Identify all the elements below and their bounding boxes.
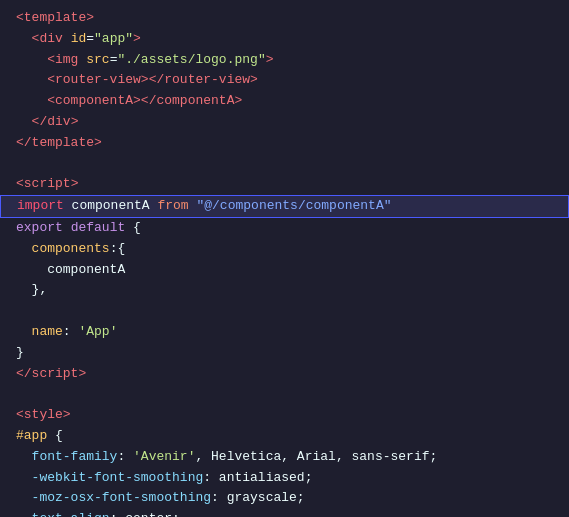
code-token: 'App': [78, 322, 117, 343]
code-token: default: [71, 218, 126, 239]
code-token: "@/components/componentA": [196, 196, 391, 217]
code-token: <: [16, 405, 24, 426]
code-token: componentA: [156, 91, 234, 112]
code-token: =: [86, 29, 94, 50]
code-token: ></: [133, 91, 156, 112]
code-token: },: [16, 280, 47, 301]
code-token: </: [16, 133, 32, 154]
code-line: [0, 384, 569, 405]
code-token: >: [71, 174, 79, 195]
code-line: export default {: [0, 218, 569, 239]
code-line: }: [0, 343, 569, 364]
code-token: from: [157, 196, 188, 217]
code-token: :: [117, 447, 133, 468]
code-token: : grayscale;: [211, 488, 305, 509]
code-line: #app {: [0, 426, 569, 447]
code-token: <: [16, 8, 24, 29]
code-line: font-family: 'Avenir', Helvetica, Arial,…: [0, 447, 569, 468]
code-token: componentA: [55, 91, 133, 112]
code-token: </: [16, 364, 32, 385]
code-token: text-align: [16, 509, 110, 517]
code-token: ></: [141, 70, 164, 91]
code-token: >: [94, 133, 102, 154]
code-line: components:{: [0, 239, 569, 260]
code-token: import: [17, 196, 64, 217]
code-line: </script>: [0, 364, 569, 385]
code-token: components: [16, 239, 110, 260]
code-token: div: [39, 29, 62, 50]
code-line: },: [0, 280, 569, 301]
code-token: <: [16, 50, 55, 71]
code-token: [63, 218, 71, 239]
code-line: <style>: [0, 405, 569, 426]
code-token: name: [16, 322, 63, 343]
code-token: >: [78, 364, 86, 385]
code-token: >: [86, 8, 94, 29]
code-token: script: [24, 174, 71, 195]
code-token: #app: [16, 426, 47, 447]
code-token: >: [234, 91, 242, 112]
code-line: componentA: [0, 260, 569, 281]
code-line: -moz-osx-font-smoothing: grayscale;: [0, 488, 569, 509]
code-token: <: [16, 70, 55, 91]
code-line: <script>: [0, 174, 569, 195]
code-token: "./assets/logo.png": [117, 50, 265, 71]
code-token: template: [24, 8, 86, 29]
code-token: componentA: [16, 260, 125, 281]
code-editor: <template> <div id="app"> <img src="./as…: [0, 0, 569, 517]
code-token: div: [47, 112, 70, 133]
code-token: -moz-osx-font-smoothing: [16, 488, 211, 509]
code-token: export: [16, 218, 63, 239]
code-token: src: [86, 50, 109, 71]
code-token: }: [16, 343, 24, 364]
code-line: </div>: [0, 112, 569, 133]
code-token: [189, 196, 197, 217]
code-token: </: [16, 112, 47, 133]
code-token: >: [63, 405, 71, 426]
code-token: script: [32, 364, 79, 385]
code-token: "app": [94, 29, 133, 50]
code-token: [78, 50, 86, 71]
code-token: template: [32, 133, 94, 154]
code-token: [63, 29, 71, 50]
code-line: name: 'App': [0, 322, 569, 343]
code-token: id: [71, 29, 87, 50]
code-token: : center;: [110, 509, 180, 517]
code-line: text-align: center;: [0, 509, 569, 517]
code-token: : antialiased;: [203, 468, 312, 489]
code-line: [0, 301, 569, 322]
code-token: , Helvetica, Arial, sans-serif;: [195, 447, 437, 468]
code-token: <: [16, 91, 55, 112]
code-line: <template>: [0, 8, 569, 29]
code-token: :{: [110, 239, 126, 260]
code-token: =: [110, 50, 118, 71]
code-token: img: [55, 50, 78, 71]
code-token: <: [16, 174, 24, 195]
code-token: font-family: [16, 447, 117, 468]
code-token: >: [250, 70, 258, 91]
code-token: <: [16, 29, 39, 50]
code-token: router-view: [164, 70, 250, 91]
code-token: >: [266, 50, 274, 71]
code-line: -webkit-font-smoothing: antialiased;: [0, 468, 569, 489]
code-token: componentA: [64, 196, 158, 217]
code-line: <div id="app">: [0, 29, 569, 50]
code-token: {: [125, 218, 141, 239]
code-line: </template>: [0, 133, 569, 154]
code-line: import componentA from "@/components/com…: [0, 195, 569, 218]
code-token: >: [71, 112, 79, 133]
code-token: :: [63, 322, 79, 343]
code-line: <router-view></router-view>: [0, 70, 569, 91]
code-line: <componentA></componentA>: [0, 91, 569, 112]
code-line: [0, 154, 569, 175]
code-token: 'Avenir': [133, 447, 195, 468]
code-token: {: [47, 426, 63, 447]
code-token: style: [24, 405, 63, 426]
code-token: >: [133, 29, 141, 50]
code-line: <img src="./assets/logo.png">: [0, 50, 569, 71]
code-token: router-view: [55, 70, 141, 91]
code-token: -webkit-font-smoothing: [16, 468, 203, 489]
